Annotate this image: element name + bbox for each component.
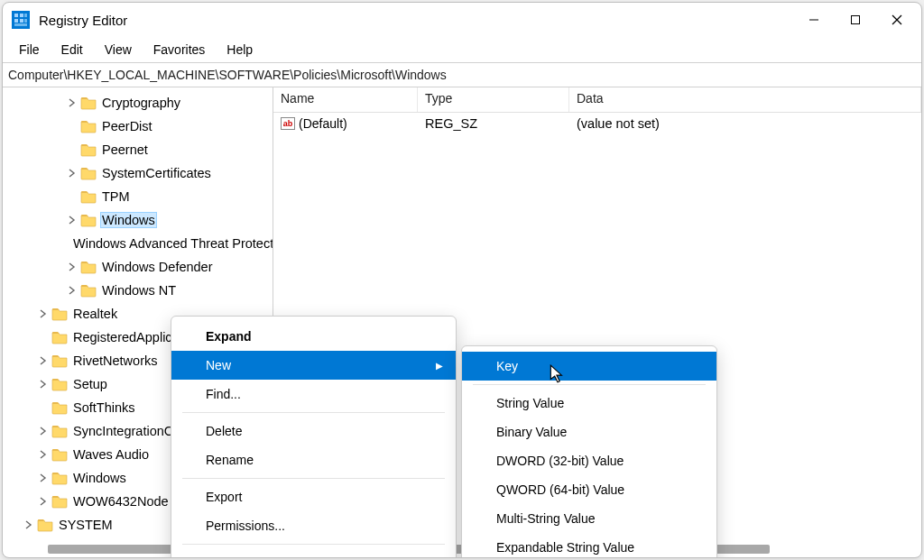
chevron-right-icon: ▶ <box>436 361 443 371</box>
column-data[interactable]: Data <box>569 87 921 112</box>
separator <box>182 544 445 545</box>
tree-item-label: Peernet <box>100 142 150 158</box>
ctx-new-qword[interactable]: QWORD (64-bit) Value <box>462 475 716 504</box>
tree-item-label: Windows Advanced Threat Protection <box>71 235 273 252</box>
tree-item-label: Windows <box>100 212 157 228</box>
ctx-new-key[interactable]: Key <box>462 352 716 381</box>
ctx-permissions[interactable]: Permissions... <box>171 511 456 540</box>
menu-edit[interactable]: Edit <box>52 40 92 60</box>
svg-rect-7 <box>14 23 27 26</box>
value-type: REG_SZ <box>418 116 569 131</box>
ctx-rename[interactable]: Rename <box>171 445 456 474</box>
chevron-right-icon[interactable] <box>37 495 50 508</box>
chevron-right-icon[interactable] <box>37 472 50 484</box>
svg-rect-6 <box>24 19 27 23</box>
chevron-right-icon[interactable] <box>37 378 50 390</box>
chevron-right-icon[interactable] <box>66 167 79 179</box>
tree-item[interactable]: SystemCertificates <box>3 161 273 185</box>
minimize-button[interactable] <box>793 6 835 33</box>
tree-item-label: Cryptography <box>100 95 182 111</box>
tree-item[interactable]: Windows <box>3 208 273 232</box>
svg-rect-9 <box>852 16 860 24</box>
value-row[interactable]: ab(Default)REG_SZ(value not set) <box>273 113 921 134</box>
tree-item-label: Waves Audio <box>71 446 151 463</box>
value-data: (value not set) <box>569 116 921 131</box>
ctx-delete[interactable]: Delete <box>171 417 456 445</box>
menu-view[interactable]: View <box>96 40 141 60</box>
ctx-export[interactable]: Export <box>171 482 456 511</box>
context-menu: Expand New▶ Find... Delete Rename Export… <box>171 316 457 557</box>
ctx-new-expstring[interactable]: Expandable String Value <box>462 533 716 557</box>
tree-item-label: Windows <box>71 470 128 486</box>
ctx-new-string[interactable]: String Value <box>462 389 716 418</box>
menu-file[interactable]: File <box>10 40 49 60</box>
ctx-new-binary[interactable]: Binary Value <box>462 418 716 446</box>
tree-item[interactable]: TPM <box>3 185 273 208</box>
ctx-new-dword[interactable]: DWORD (32-bit) Value <box>462 446 716 475</box>
chevron-right-icon[interactable] <box>37 354 50 367</box>
chevron-right-icon[interactable] <box>37 448 50 461</box>
separator <box>473 384 706 385</box>
tree-item-label: WOW6432Node <box>71 493 171 510</box>
tree-item-label: Setup <box>71 376 109 392</box>
close-button[interactable] <box>876 6 918 33</box>
window-title: Registry Editor <box>39 13 127 28</box>
menu-help[interactable]: Help <box>217 40 262 60</box>
context-submenu-new: Key String Value Binary Value DWORD (32-… <box>461 345 717 557</box>
tree-item[interactable]: Windows Defender <box>3 255 273 279</box>
chevron-right-icon[interactable] <box>23 519 35 531</box>
chevron-right-icon[interactable] <box>37 425 50 437</box>
tree-item-label: RivetNetworks <box>71 353 159 369</box>
tree-item[interactable]: Windows Advanced Threat Protection <box>3 232 273 255</box>
address-bar[interactable]: Computer\HKEY_LOCAL_MACHINE\SOFTWARE\Pol… <box>3 62 921 87</box>
svg-rect-4 <box>20 19 23 23</box>
value-name: (Default) <box>299 116 347 131</box>
chevron-right-icon[interactable] <box>66 96 79 109</box>
svg-rect-5 <box>24 14 27 17</box>
address-text: Computer\HKEY_LOCAL_MACHINE\SOFTWARE\Pol… <box>8 68 447 82</box>
tree-item-label: SoftThinks <box>71 399 137 416</box>
ctx-expand[interactable]: Expand <box>171 322 456 351</box>
app-icon <box>12 11 30 29</box>
tree-item[interactable]: PeerDist <box>3 115 273 138</box>
ctx-new-multistring[interactable]: Multi-String Value <box>462 504 716 533</box>
tree-item-label: SystemCertificates <box>100 165 213 181</box>
ctx-new[interactable]: New▶ <box>171 351 456 380</box>
column-type[interactable]: Type <box>418 87 569 112</box>
tree-item[interactable]: Cryptography <box>3 91 273 115</box>
registry-editor-window: Registry Editor File Edit View Favorites… <box>2 2 922 558</box>
tree-item-label: Realtek <box>71 306 119 322</box>
chevron-right-icon[interactable] <box>66 284 79 297</box>
tree-item-label: SYSTEM <box>57 517 115 533</box>
ctx-find[interactable]: Find... <box>171 380 456 409</box>
ctx-copy-key-name[interactable]: Copy Key Name <box>171 548 456 557</box>
chevron-right-icon[interactable] <box>66 261 79 273</box>
tree-item-label: Windows NT <box>100 282 178 298</box>
tree-item-label: Windows Defender <box>100 259 215 275</box>
menu-favorites[interactable]: Favorites <box>144 40 215 60</box>
chevron-right-icon[interactable] <box>66 214 79 226</box>
content-area: CryptographyPeerDistPeernetSystemCertifi… <box>3 87 921 557</box>
values-header: Name Type Data <box>273 87 921 113</box>
separator <box>182 412 445 413</box>
chevron-right-icon[interactable] <box>37 308 50 320</box>
maximize-button[interactable] <box>835 6 876 33</box>
svg-rect-2 <box>20 14 23 17</box>
separator <box>182 478 445 479</box>
tree-item[interactable]: Windows NT <box>3 279 273 302</box>
tree-item-label: TPM <box>100 188 132 205</box>
titlebar: Registry Editor <box>3 3 921 37</box>
svg-rect-1 <box>14 14 18 17</box>
column-name[interactable]: Name <box>273 87 418 112</box>
tree-item[interactable]: Peernet <box>3 138 273 161</box>
tree-item-label: PeerDist <box>100 118 154 134</box>
menubar: File Edit View Favorites Help <box>3 37 921 62</box>
string-value-icon: ab <box>281 117 295 130</box>
svg-rect-3 <box>14 19 18 23</box>
